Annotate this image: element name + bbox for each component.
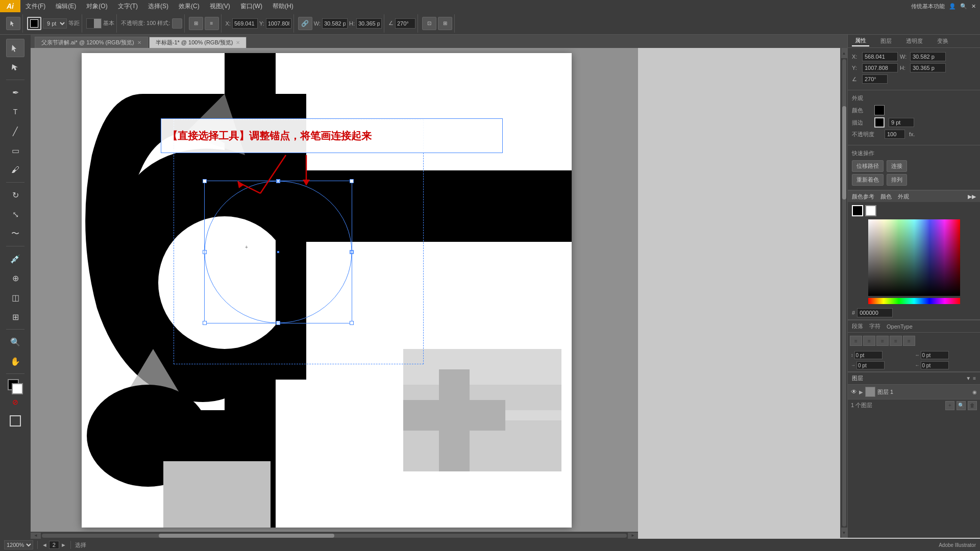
add-layer-btn[interactable]: + <box>945 401 954 410</box>
layer-row-1[interactable]: 👁 ▶ 图层 1 ◉ <box>848 385 980 399</box>
h-coord-input[interactable] <box>910 63 946 72</box>
quick-action-4[interactable]: 排列 <box>887 174 907 186</box>
x-coord-input[interactable] <box>862 52 898 61</box>
tab-props[interactable]: 属性 <box>852 36 869 46</box>
zoom-select[interactable]: 1200% <box>4 540 33 549</box>
fill-swatch-main[interactable] <box>852 205 863 216</box>
transform-btn[interactable]: ⊡ <box>422 17 436 30</box>
menu-help[interactable]: 帮助(H) <box>267 0 299 12</box>
warp-tool[interactable]: 〜 <box>6 224 24 243</box>
scroll-down-btn[interactable]: ▼ <box>841 528 847 538</box>
pen-tool[interactable]: ✒ <box>6 83 24 102</box>
menu-text[interactable]: 文字(T) <box>113 0 143 12</box>
style-btn[interactable] <box>172 18 182 29</box>
fill-color-box[interactable] <box>874 105 885 115</box>
lock-icon[interactable]: 🔗 <box>298 17 312 30</box>
menu-object[interactable]: 对象(O) <box>81 0 112 12</box>
close-btn[interactable]: ✕ <box>971 3 976 10</box>
tab-0-close[interactable]: ✕ <box>137 40 141 45</box>
page-prev[interactable]: ◄ <box>42 542 47 548</box>
tab-1-close[interactable]: ✕ <box>236 40 240 45</box>
eyedropper-tool[interactable]: 💉 <box>6 249 24 268</box>
align-icon[interactable]: ≡ <box>205 17 219 30</box>
arrange-btn[interactable]: ⊞ <box>438 17 452 30</box>
angle-coord-input[interactable] <box>862 74 888 84</box>
v-scrollbar-track[interactable] <box>842 59 846 527</box>
w-input[interactable]: 30.582 pt <box>322 18 348 29</box>
hand-tool[interactable]: ✋ <box>6 352 24 370</box>
tab-paragraph[interactable]: 段落 <box>852 322 863 330</box>
letter-spacing-input[interactable] <box>921 351 949 359</box>
align-center-btn[interactable]: ≡ <box>863 336 875 346</box>
h-scrollbar-track[interactable] <box>42 534 627 538</box>
menu-file[interactable]: 文件(F) <box>20 0 51 12</box>
menu-window[interactable]: 窗口(W) <box>235 0 267 12</box>
indent-left-input[interactable] <box>856 361 885 369</box>
scroll-up-btn[interactable]: ▲ <box>841 48 847 58</box>
grid-icon[interactable]: ⊞ <box>189 17 203 30</box>
h-scrollbar-thumb[interactable] <box>159 534 334 538</box>
v-scrollbar[interactable]: ▲ ▼ <box>840 48 847 538</box>
scale-tool[interactable]: ⤡ <box>6 205 24 223</box>
rect-tool[interactable]: ▭ <box>6 141 24 160</box>
gradient-tool[interactable]: ◫ <box>6 288 24 307</box>
stroke-color-box[interactable] <box>874 117 885 128</box>
user-icon[interactable]: 👤 <box>949 3 956 10</box>
stroke-width-prop[interactable] <box>889 118 914 127</box>
layer-lock[interactable]: ▶ <box>859 389 863 395</box>
selection-tool-btn[interactable] <box>6 17 20 30</box>
canvas-area[interactable]: 【直接选择工具】调整锚点，将笔画连接起来 + <box>31 48 638 551</box>
indent-right-input[interactable] <box>921 361 949 369</box>
rotate-tool[interactable]: ↻ <box>6 186 24 204</box>
line-spacing-input[interactable] <box>854 351 883 359</box>
brush-tool[interactable]: 🖌 <box>6 161 24 179</box>
tab-1[interactable]: 半标题-1* @ 100% (RGB/预览) ✕ <box>149 37 247 48</box>
mesh-tool[interactable]: ⊞ <box>6 308 24 326</box>
fill-swatch[interactable] <box>86 18 102 29</box>
page-next[interactable]: ► <box>61 542 66 548</box>
h-scrollbar[interactable]: ◄ ► <box>31 532 638 539</box>
tab-layers-top[interactable]: 图层 <box>877 36 895 46</box>
w-coord-input[interactable] <box>910 52 946 61</box>
none-btn[interactable]: ⊘ <box>11 397 20 407</box>
hue-bar[interactable] <box>868 298 960 304</box>
align-justify-btn[interactable]: ≡ <box>890 336 902 346</box>
tab-opentype[interactable]: OpenType <box>887 323 913 330</box>
tab-transparency[interactable]: 透明度 <box>903 36 926 46</box>
page-input[interactable] <box>49 541 59 549</box>
delete-layer-btn[interactable]: 🗑 <box>968 401 977 410</box>
type-tool[interactable]: T <box>6 103 24 121</box>
zoom-tool[interactable]: 🔍 <box>6 333 24 351</box>
opacity-prop-input[interactable] <box>885 130 905 139</box>
scroll-right-btn[interactable]: ► <box>628 533 638 539</box>
angle-input[interactable]: 270° <box>395 18 415 29</box>
stroke-color-btn[interactable] <box>27 17 41 30</box>
line-tool[interactable]: ╱ <box>6 122 24 140</box>
layers-expand-icon[interactable]: ▼ <box>966 375 971 381</box>
fx-label[interactable]: fx. <box>909 131 915 137</box>
h-input[interactable]: 30.365 pt <box>356 18 382 29</box>
blend-tool[interactable]: ⊕ <box>6 269 24 287</box>
quick-action-2[interactable]: 连接 <box>887 160 907 172</box>
y-input[interactable]: 1007.808 <box>266 18 291 29</box>
tab-character[interactable]: 字符 <box>869 322 880 330</box>
zoom-control[interactable]: 1200% <box>4 540 33 549</box>
appearance-tab[interactable]: 外观 <box>898 193 909 201</box>
scroll-left-btn[interactable]: ◄ <box>31 533 41 539</box>
y-coord-input[interactable] <box>862 63 898 72</box>
tab-transform[interactable]: 变换 <box>934 36 951 46</box>
stroke-width-select[interactable]: 9 pt <box>43 18 67 29</box>
menu-select[interactable]: 选择(S) <box>143 0 174 12</box>
x-input[interactable]: 569.041 <box>232 18 258 29</box>
color-expand-icon[interactable]: ▶▶ <box>968 193 976 200</box>
quick-action-1[interactable]: 位移路径 <box>852 160 884 172</box>
quick-action-3[interactable]: 重新着色 <box>852 174 884 186</box>
color-tab[interactable]: 颜色 <box>880 193 892 201</box>
layer-visibility[interactable]: 👁 <box>851 388 857 395</box>
direct-select-tool[interactable] <box>6 58 24 77</box>
fill-stroke-widget[interactable] <box>8 379 23 394</box>
hex-input[interactable]: 000000 <box>857 308 893 317</box>
menu-view[interactable]: 视图(V) <box>205 0 235 12</box>
stroke-swatch-main[interactable] <box>865 205 876 216</box>
search-layer-btn[interactable]: 🔍 <box>957 401 966 410</box>
